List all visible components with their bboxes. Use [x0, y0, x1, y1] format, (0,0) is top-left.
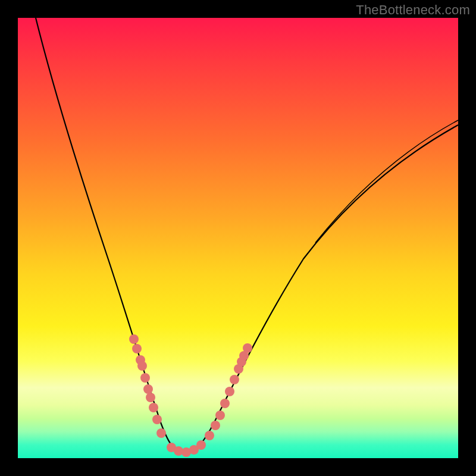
data-marker — [137, 361, 147, 371]
data-marker — [215, 411, 225, 420]
chart-svg — [18, 18, 458, 458]
data-marker — [225, 387, 234, 396]
marker-group — [129, 334, 252, 457]
plot-area — [18, 18, 458, 458]
data-marker — [129, 334, 139, 344]
data-marker — [230, 375, 239, 384]
data-marker — [146, 393, 155, 402]
data-marker — [196, 440, 206, 450]
outer-frame: TheBottleneck.com — [0, 0, 476, 476]
watermark-text: TheBottleneck.com — [356, 2, 470, 18]
data-marker — [243, 343, 252, 353]
data-marker — [220, 399, 230, 408]
data-marker — [149, 403, 158, 412]
data-marker — [205, 431, 214, 440]
data-marker — [140, 373, 150, 383]
data-marker — [152, 415, 162, 424]
bottleneck-curve — [36, 18, 458, 452]
bottleneck-curve-right-edge — [315, 120, 458, 243]
data-marker — [132, 344, 142, 353]
data-marker — [156, 428, 166, 438]
data-marker — [143, 384, 153, 394]
data-marker — [211, 421, 220, 430]
